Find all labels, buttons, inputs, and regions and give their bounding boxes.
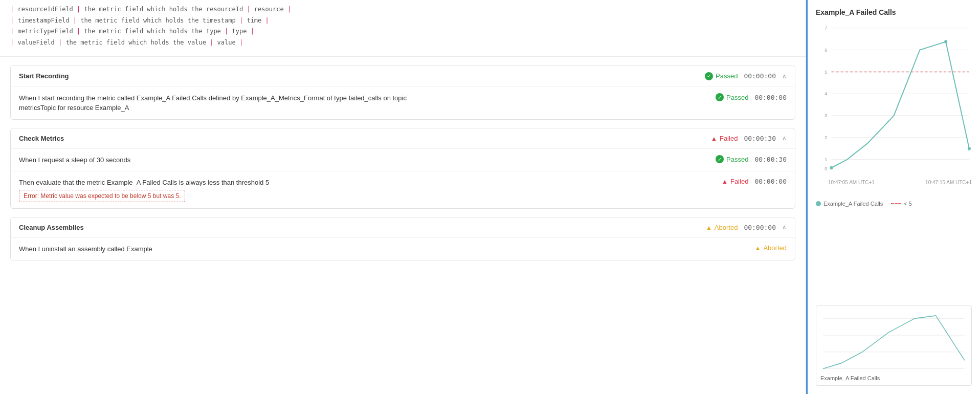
left-panel: | resourceIdField | the metric field whi… — [0, 0, 806, 394]
step-evaluate-right: Failed 00:00:00 — [722, 178, 787, 185]
step-sleep-passed-badge: Passed — [716, 155, 748, 164]
section-check-metrics-duration: 00:00:30 — [744, 135, 776, 142]
right-panel: Example_A Failed Calls 7 6 5 4 3 2 1 — [806, 0, 980, 394]
svg-point-17 — [968, 147, 971, 150]
chart-main: Example_A Failed Calls 7 6 5 4 3 2 1 — [808, 0, 980, 301]
code-line-2: | timestampField | the metric field whic… — [10, 15, 795, 27]
chevron-up-icon-2: ∧ — [782, 135, 787, 142]
section-cleanup-assemblies-status: Aborted — [706, 224, 738, 231]
section-check-metrics-header[interactable]: Check Metrics Failed 00:00:30 ∧ — [11, 128, 795, 148]
code-line-4: | valueField | the metric field which ho… — [10, 37, 795, 49]
step-start-recording-1-right: Passed 00:00:00 — [716, 93, 787, 102]
chart-title: Example_A Failed Calls — [816, 8, 972, 16]
section-start-recording: Start Recording Passed 00:00:00 ∧ When I… — [10, 65, 795, 120]
error-box: Error: Metric value was expected to be b… — [19, 190, 185, 202]
step-check-metrics-1: When I request a sleep of 30 seconds Pas… — [11, 148, 795, 171]
chart-thumbnail: Example_A Failed Calls — [816, 305, 972, 386]
chart-svg: 7 6 5 4 3 2 1 0 — [816, 23, 972, 176]
step-start-recording-1: When I start recording the metric called… — [11, 86, 795, 119]
step-uninstall-text: When I uninstall an assembly called Exam… — [19, 244, 152, 254]
code-line-3: | metricTypeField | the metric field whi… — [10, 26, 795, 37]
legend-item-main: Example_A Failed Calls — [816, 201, 883, 207]
svg-text:2: 2 — [825, 135, 827, 140]
svg-text:0: 0 — [825, 166, 827, 171]
svg-point-18 — [944, 40, 947, 43]
section-cleanup-assemblies-duration: 00:00:00 — [744, 224, 776, 231]
step-start-recording-1-text: When I start recording the metric called… — [19, 93, 438, 113]
aborted-icon — [706, 224, 712, 231]
step-evaluate-failed-badge: Failed — [722, 178, 748, 185]
chart-legend: Example_A Failed Calls < 5 — [816, 201, 972, 207]
svg-text:6: 6 — [825, 47, 827, 53]
code-line-1: | resourceIdField | the metric field whi… — [10, 4, 795, 15]
step-cleanup-1: When I uninstall an assembly called Exam… — [11, 237, 795, 260]
step-passed-badge: Passed — [716, 93, 748, 102]
x-label-start: 10:47:05 AM UTC+1 — [828, 180, 875, 185]
chart-area: 7 6 5 4 3 2 1 0 10:47:05 AM UT — [816, 23, 972, 196]
step-sleep-right: Passed 00:00:30 — [716, 155, 787, 164]
section-check-metrics: Check Metrics Failed 00:00:30 ∧ When I r… — [10, 128, 795, 209]
svg-point-16 — [830, 166, 833, 169]
x-label-end: 10:47:15 AM UTC+1 — [925, 180, 972, 185]
step-sleep-duration: 00:00:30 — [754, 156, 787, 163]
section-start-recording-duration: 00:00:00 — [744, 72, 776, 80]
section-check-metrics-status: Failed — [711, 135, 738, 142]
section-cleanup-assemblies-right: Aborted 00:00:00 ∧ — [706, 224, 787, 231]
section-cleanup-assemblies-header[interactable]: Cleanup Assemblies Aborted 00:00:00 ∧ — [11, 217, 795, 237]
code-block: | resourceIdField | the metric field whi… — [0, 0, 806, 57]
step-passed-icon — [716, 93, 724, 102]
section-start-recording-status: Passed — [705, 72, 738, 80]
svg-text:1: 1 — [825, 157, 827, 162]
chevron-up-icon-3: ∧ — [782, 224, 787, 231]
legend-main-label: Example_A Failed Calls — [823, 201, 883, 207]
step-uninstall-right: Aborted — [755, 244, 787, 252]
thumbnail-label: Example_A Failed Calls — [820, 375, 967, 381]
legend-teal-dot — [816, 201, 821, 206]
step-evaluate-text: Then evaluate that the metric Example_A … — [19, 178, 269, 188]
step-evaluate-container: Then evaluate that the metric Example_A … — [19, 178, 269, 202]
failed-icon — [711, 135, 717, 142]
thumbnail-svg — [820, 310, 967, 371]
step-evaluate-failed-icon — [722, 178, 728, 185]
svg-text:5: 5 — [825, 69, 827, 74]
section-cleanup-assemblies: Cleanup Assemblies Aborted 00:00:00 ∧ Wh… — [10, 217, 795, 261]
section-start-recording-header[interactable]: Start Recording Passed 00:00:00 ∧ — [11, 65, 795, 86]
step-evaluate-duration: 00:00:00 — [754, 178, 787, 185]
svg-text:4: 4 — [825, 91, 827, 96]
step-aborted-badge: Aborted — [755, 244, 787, 252]
step-sleep-passed-icon — [716, 155, 724, 164]
step-start-recording-1-duration: 00:00:00 — [754, 94, 787, 101]
step-sleep-text: When I request a sleep of 30 seconds — [19, 155, 130, 165]
step-aborted-icon — [755, 244, 761, 252]
chevron-up-icon: ∧ — [782, 73, 787, 80]
section-check-metrics-right: Failed 00:00:30 ∧ — [711, 135, 787, 142]
step-check-metrics-2: Then evaluate that the metric Example_A … — [11, 171, 795, 208]
section-check-metrics-title: Check Metrics — [19, 135, 64, 142]
svg-text:7: 7 — [825, 25, 827, 31]
legend-item-threshold: < 5 — [891, 201, 912, 207]
section-cleanup-assemblies-title: Cleanup Assemblies — [19, 224, 84, 231]
x-axis-labels: 10:47:05 AM UTC+1 10:47:15 AM UTC+1 — [816, 180, 972, 185]
section-start-recording-right: Passed 00:00:00 ∧ — [705, 72, 787, 80]
passed-icon — [705, 72, 713, 80]
legend-dashed-line — [891, 203, 901, 204]
legend-threshold-label: < 5 — [904, 201, 912, 207]
svg-text:3: 3 — [825, 113, 827, 118]
section-start-recording-title: Start Recording — [19, 72, 69, 80]
